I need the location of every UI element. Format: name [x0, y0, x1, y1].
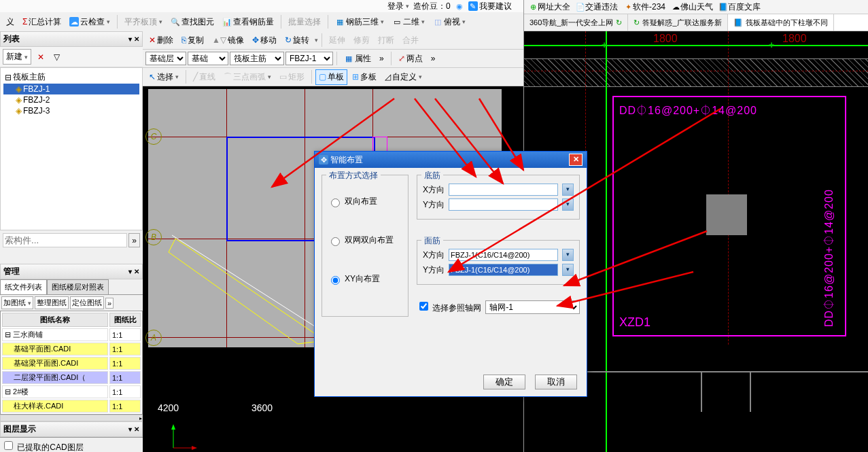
del-button[interactable]: ✕删除	[145, 33, 177, 48]
btab-2[interactable]: 📘筏板基础中的下柱墩不同	[728, 14, 834, 31]
view-steel-button[interactable]: 📊 查看钢筋量	[219, 14, 277, 30]
layer-controls[interactable]: ▾ ✕	[128, 425, 139, 433]
cancel-button[interactable]: 取消	[535, 375, 577, 389]
2d-button[interactable]: ▭ 二维▾	[389, 14, 428, 30]
bm-1[interactable]: 📄交通违法	[576, 1, 618, 13]
custom-button[interactable]: ◿自定义▾	[381, 69, 426, 85]
multi-board-button[interactable]: ⊞多板	[349, 69, 380, 85]
bottom-x-input[interactable]	[449, 184, 558, 196]
top-rebar-group: 面筋 X方向▾ Y方向▾	[417, 240, 580, 285]
batch-select-button[interactable]: 批量选择	[285, 14, 324, 30]
dwg-more-button[interactable]: »	[105, 298, 114, 309]
mgmt-controls[interactable]: ▾ ✕	[128, 268, 139, 275]
axis-ref-check[interactable]: 选择参照轴网	[417, 300, 481, 314]
two-point-button[interactable]: ⤢两点	[395, 51, 426, 67]
radio-xy[interactable]: XY向布置	[328, 273, 402, 285]
radio-bidir[interactable]: 双向布置	[328, 196, 402, 207]
add-dwg-button[interactable]: 加图纸▾	[1, 296, 33, 309]
tab-floors[interactable]: 图纸楼层对照表	[47, 279, 109, 294]
close-icon[interactable]: ✕	[569, 154, 583, 166]
draw-toolbar: ↖ 选择▾ ╱直线 ⌒三点画弧▾ ▭矩形 ▢单板 ⊞多板 ◿自定义▾	[143, 68, 523, 86]
table-row[interactable]: ⊟ 三水商铺1:1	[2, 328, 141, 341]
extracted-layer-check[interactable]: 已提取的CAD图层	[1, 442, 84, 452]
price-beans: 造价豆：0	[413, 1, 451, 12]
tree-item-2[interactable]: ◈ FBZJ-3	[3, 105, 139, 116]
tree-item-1[interactable]: ◈ FBZJ-2	[3, 94, 139, 105]
single-board-button[interactable]: ▢单板	[315, 69, 347, 85]
table-row[interactable]: 基础梁平面图.CADI1:1	[2, 357, 141, 370]
table-row[interactable]: 柱大样表.CADI1:1	[2, 400, 141, 413]
sort-dwg-button[interactable]: 整理图纸	[35, 296, 69, 309]
dropdown-icon[interactable]: ▾	[562, 264, 574, 276]
tree-item-0[interactable]: ◈ FBZJ-1	[3, 84, 139, 94]
more-button[interactable]: »	[376, 52, 387, 65]
view-button[interactable]: ◫ 俯视▾	[430, 14, 469, 30]
drawing-table[interactable]: 图纸名称图纸比 ⊟ 三水商铺1:1 基础平面图.CADI1:1 基础梁平面图.C…	[0, 311, 143, 415]
search-input[interactable]	[3, 233, 127, 247]
code-select[interactable]: FBZJ-1	[285, 52, 333, 65]
axis-c: C	[145, 128, 162, 145]
cloud-check-button[interactable]: ☁ 云检查▾	[66, 14, 114, 30]
axis-select[interactable]: 轴网-1	[485, 300, 580, 314]
dialog-title-bar[interactable]: ✥ 智能布置 ✕	[315, 152, 587, 168]
steel-3d-button[interactable]: ▦ 钢筋三维▾	[332, 14, 387, 30]
flat-top-button[interactable]: 平齐板顶▾	[121, 14, 166, 30]
bm-2[interactable]: ✦软件-234	[623, 1, 665, 13]
locate-dwg-button[interactable]: 定位图纸	[70, 296, 104, 309]
new-button[interactable]: 新建 ▾	[3, 49, 31, 65]
copy-button[interactable]: ⎘复制	[178, 33, 207, 48]
search-go-button[interactable]: »	[128, 233, 140, 247]
zone-label: XZD1	[619, 315, 650, 330]
layer-select[interactable]: 基础层	[145, 52, 186, 65]
radio-double-net[interactable]: 双网双向布置	[328, 234, 402, 246]
smart-layout-dialog: ✥ 智能布置 ✕ 布置方式选择 双向布置 双网双向布置 XY向布置 底筋 X方向…	[314, 151, 587, 397]
filter-button[interactable]: ▽	[50, 50, 63, 64]
browser-tabs: 360导航_新一代安全上网↻ ↻答疑解惑_广联达服务新 📘筏板基础中的下柱墩不同	[524, 14, 868, 31]
dropdown-icon[interactable]: ▾	[562, 249, 574, 261]
move-button[interactable]: ✥移动	[249, 33, 280, 48]
delete-item-button[interactable]: ✕	[34, 50, 48, 64]
bookmark-bar: ⊕网址大全 📄交通违法 ✦软件-234 ☁佛山天气 📘百度文库	[524, 0, 868, 14]
ok-button[interactable]: 确定	[483, 375, 525, 389]
dropdown-icon[interactable]: ▾	[562, 184, 574, 196]
list-panel-header: 列表▾ ✕	[0, 31, 143, 47]
tab-files[interactable]: 纸文件列表	[0, 279, 47, 294]
table-row[interactable]: 基础平面图.CADI1:1	[2, 343, 141, 355]
type-select[interactable]: 基础	[188, 52, 228, 65]
bottom-y-input[interactable]	[449, 198, 558, 211]
select-button[interactable]: ↖ 选择▾	[145, 69, 182, 85]
tree-root[interactable]: ⊟ 筏板主筋	[3, 71, 139, 84]
top-y-input[interactable]	[449, 264, 558, 276]
mirror-button[interactable]: ▲▽镜像	[209, 33, 247, 48]
btab-1[interactable]: ↻答疑解惑_广联达服务新	[628, 14, 727, 31]
table-row[interactable]: ⊟ 2#楼1:1	[2, 385, 141, 398]
sum-calc-button[interactable]: Σ 汇总计算	[19, 14, 65, 30]
rebar-tree[interactable]: ⊟ 筏板主筋 ◈ FBZJ-1 ◈ FBZJ-2 ◈ FBZJ-3	[0, 67, 143, 230]
rect-button: ▭矩形	[276, 69, 308, 85]
more2-button[interactable]: »	[428, 52, 439, 65]
top-x-input[interactable]	[449, 249, 558, 261]
suggest-link[interactable]: ✎我要建议	[468, 1, 512, 12]
break-button: 打断	[375, 33, 398, 48]
panel-controls[interactable]: ▾ ✕	[128, 35, 139, 43]
merge-button: 合并	[399, 33, 422, 48]
dropdown-icon[interactable]: ▾	[562, 198, 574, 211]
mgmt-panel-header: 管理▾ ✕	[0, 264, 143, 279]
find-element-button[interactable]: 🔍 查找图元	[167, 14, 218, 30]
login-link[interactable]: 登录 ▾	[387, 1, 409, 12]
rebar-anno-h: DD⏀16@200+⏀14@200	[619, 105, 757, 117]
bm-3[interactable]: ☁佛山天气	[671, 1, 713, 13]
prop-button[interactable]: ▦属性	[341, 51, 375, 67]
line-button: ╱直线	[190, 69, 219, 85]
arc-button: ⌒三点画弧▾	[220, 69, 275, 85]
trim-button: 修剪	[350, 33, 373, 48]
bm-4[interactable]: 📘百度文库	[718, 1, 761, 13]
axis-a: A	[145, 330, 162, 346]
bm-0[interactable]: ⊕网址大全	[528, 1, 570, 13]
svg-marker-1	[171, 424, 175, 430]
sub-select[interactable]: 筏板主筋	[230, 52, 284, 65]
table-row[interactable]: 二层梁平面图.CADI（1:1	[2, 371, 141, 384]
rotate-button[interactable]: ↻旋转	[281, 33, 313, 48]
yi-button[interactable]: 义	[3, 14, 18, 30]
btab-0[interactable]: 360导航_新一代安全上网↻	[524, 14, 628, 31]
